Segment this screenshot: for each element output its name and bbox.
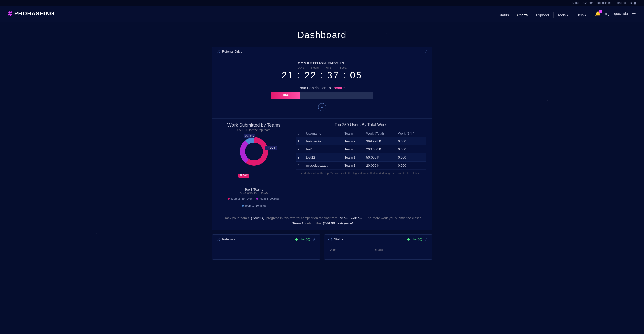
status-header: i Status Live ((•)) ⤢ (324, 235, 432, 244)
logo[interactable]: # PROHASHING (8, 10, 55, 18)
referrals-header-left: i Referrals (217, 237, 236, 241)
scroll-up-button[interactable]: ▲ (318, 103, 326, 111)
nav-status[interactable]: Status (495, 12, 513, 18)
nav-charts[interactable]: Charts (513, 12, 532, 18)
leaderboard-note: Leaderboard for the top 250 users with t… (296, 172, 426, 175)
row-team: Team 2 (343, 137, 364, 145)
card-header-left: i Referral Drive (217, 50, 242, 53)
donut-title: Work Submitted by Teams (227, 123, 280, 128)
top-bar: About Career Resources Forums Blog (0, 0, 644, 6)
col-team: Team (343, 130, 364, 137)
status-live-wave-icon (407, 238, 410, 241)
referrals-body (212, 244, 320, 259)
row-work-24h: 0.000 (396, 145, 426, 153)
referral-card-body: COMPETITION ENDS IN: Days Hours Mins. Se… (212, 56, 432, 118)
nav-tools[interactable]: Tools ▾ (554, 12, 573, 18)
status-external-link-icon[interactable]: ⤢ (425, 237, 428, 241)
leaderboard-row: 4 miguelquezada Team 1 20.000 K 0.000 (296, 162, 426, 170)
notification-count: 0 (599, 10, 602, 13)
team2-legend-label: Team 2 (59.70%) (231, 197, 252, 200)
teams-section: Work Submitted by Teams $500.00 for the … (212, 118, 432, 212)
row-work-total: 399.998 K (364, 137, 396, 145)
col-work-total: Work (Total) (364, 130, 396, 137)
career-link[interactable]: Career (583, 1, 593, 5)
notifications-bell[interactable]: 🔔 0 (595, 11, 601, 16)
countdown-sep2: : (320, 70, 327, 81)
row-rank: 4 (296, 162, 304, 170)
status-card: i Status Live ((•)) ⤢ (324, 234, 432, 260)
top-teams-title: Top 3 Teams (219, 188, 289, 191)
status-header-row: Alert Details (328, 247, 428, 253)
donut-label-team1: 10.45% (265, 146, 277, 150)
referral-drive-title: Referral Drive (222, 50, 242, 53)
about-link[interactable]: About (572, 1, 579, 5)
contribution-team-name: Team 1 (333, 86, 345, 90)
teams-legend-items: Team 2 (59.70%) Team 3 (29.85%) Team 1 (… (219, 197, 289, 207)
team2-dot (228, 198, 230, 200)
row-rank: 2 (296, 145, 304, 153)
row-team: Team 1 (343, 162, 364, 170)
row-work-24h: 0.000 (396, 162, 426, 170)
blog-link[interactable]: Blog (630, 1, 636, 5)
donut-chart-area: Work Submitted by Teams $500.00 for the … (219, 123, 289, 207)
referrals-live-label: Live ((•)) (299, 238, 310, 241)
referrals-live-badge: Live ((•)) (295, 238, 310, 241)
scroll-up-arrow-icon: ▲ (320, 105, 324, 109)
contribution-section: Your Contribution To Team 1 28% (219, 86, 426, 99)
mins-label: Mins. (322, 66, 336, 69)
referral-drive-card: i Referral Drive ⤢ COMPETITION ENDS IN: … (212, 47, 432, 230)
resources-link[interactable]: Resources (597, 1, 611, 5)
row-rank: 3 (296, 153, 304, 162)
row-team: Team 1 (343, 153, 364, 162)
leaderboard-title: Top 250 Users By Total Work (296, 123, 426, 127)
donut-chart: 29.85% 10.45% 59.70% (234, 135, 274, 175)
forums-link[interactable]: Forums (615, 1, 626, 5)
status-title: Status (334, 237, 343, 241)
competition-ends-section: COMPETITION ENDS IN: Days Hours Mins. Se… (219, 61, 426, 81)
leaderboard-row: 1 testuser99 Team 2 399.998 K 0.000 (296, 137, 426, 145)
help-chevron-icon: ▾ (585, 14, 586, 16)
progress-label: 28% (282, 94, 288, 97)
referrals-external-link-icon[interactable]: ⤢ (313, 237, 316, 241)
hours-label: Hours (308, 66, 322, 69)
main-nav: # PROHASHING Status Charts Explorer Tool… (0, 6, 644, 22)
row-work-24h: 0.000 (396, 153, 426, 162)
status-header-left: i Status (328, 237, 343, 241)
team1-legend-label: Team 1 (10.45%) (245, 204, 266, 207)
as-of-label: As of: 8/10/23, 1:20 AM (219, 192, 289, 195)
referral-info-text: Track your team's (Team 1) progress in t… (212, 212, 432, 230)
nav-help[interactable]: Help ▾ (572, 12, 590, 18)
row-username: test12 (304, 153, 342, 162)
external-link-icon[interactable]: ⤢ (425, 49, 428, 53)
col-username: Username (304, 130, 342, 137)
countdown-sep3: : (343, 70, 350, 81)
row-work-total: 50.000 K (364, 153, 396, 162)
nav-explorer[interactable]: Explorer (532, 12, 553, 18)
status-live-badge: Live ((•)) (407, 238, 422, 241)
scroll-up-section: ▲ (219, 103, 426, 111)
hamburger-menu-icon[interactable]: ☰ (632, 11, 636, 16)
leaderboard-area: Top 250 Users By Total Work # Username T… (296, 123, 426, 207)
team1-dot (242, 205, 244, 207)
leaderboard-table: # Username Team Work (Total) Work (24h) … (296, 130, 426, 170)
status-table: Alert Details (328, 247, 428, 253)
progress-bar-container: 28% (271, 92, 373, 99)
main-content: i Referral Drive ⤢ COMPETITION ENDS IN: … (208, 47, 436, 274)
username-label[interactable]: miguelquezada (604, 12, 628, 16)
page-title-area: Dashboard (0, 22, 644, 47)
donut-label-team2: 59.70% (238, 174, 249, 178)
referrals-header-right: Live ((•)) ⤢ (295, 237, 316, 241)
progress-bar-fill: 28% (271, 92, 300, 99)
referrals-title: Referrals (222, 237, 236, 241)
donut-label-team3: 29.85% (244, 134, 256, 138)
status-col-details: Details (372, 247, 427, 253)
row-work-24h: 0.000 (396, 137, 426, 145)
referrals-card: i Referrals Live ((•)) ⤢ (212, 234, 320, 260)
row-work-total: 200.000 K (364, 145, 396, 153)
countdown-display: 21 : 22 : 37 : 05 (219, 70, 426, 81)
countdown-seconds: 05 (350, 70, 362, 81)
countdown-hours: 22 (304, 70, 317, 81)
row-username: miguelquezada (304, 162, 342, 170)
team3-dot (256, 198, 258, 200)
live-wave-icon (295, 238, 298, 241)
